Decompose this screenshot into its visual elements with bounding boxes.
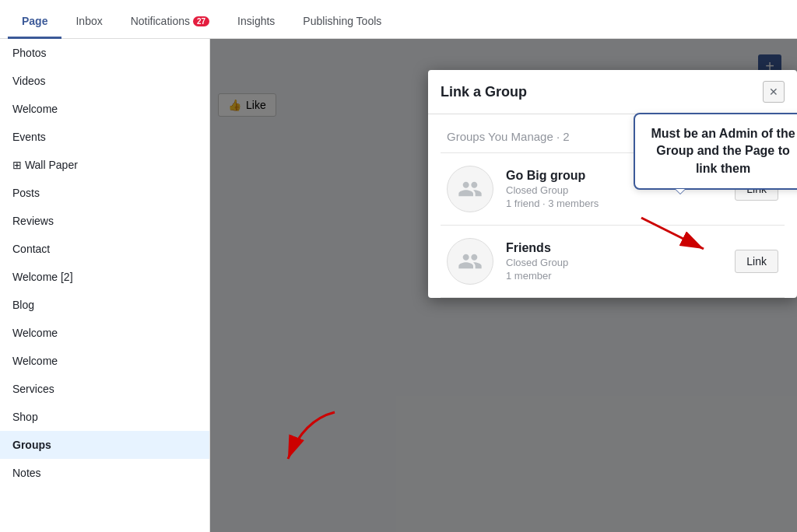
sidebar-item-services[interactable]: Services xyxy=(0,375,209,403)
sidebar-item-videos[interactable]: Videos xyxy=(0,67,209,95)
sidebar-item-notes[interactable]: Notes xyxy=(0,459,209,487)
modal-title: Link a Group xyxy=(441,84,527,100)
tab-inbox[interactable]: Inbox xyxy=(61,5,116,39)
page-container: Page Inbox Notifications 27 Insights Pub… xyxy=(0,0,797,532)
tab-insights[interactable]: Insights xyxy=(223,5,289,39)
group-icon-gobig xyxy=(458,177,483,201)
group-name-friends: Friends xyxy=(506,241,722,255)
tab-publishing-tools[interactable]: Publishing Tools xyxy=(289,5,395,39)
link-button-friends[interactable]: Link xyxy=(735,250,778,273)
sidebar-item-welcome3[interactable]: Welcome xyxy=(0,319,209,347)
modal-header: Link a Group ✕ xyxy=(428,70,797,114)
sidebar-item-posts[interactable]: Posts xyxy=(0,179,209,207)
sidebar-item-photos[interactable]: Photos xyxy=(0,39,209,67)
group-members-gobig: 1 friend · 3 members xyxy=(506,198,722,209)
main-area: Photos Videos Welcome Events ⊞ Wall Pape… xyxy=(0,39,797,532)
group-info-friends: Friends Closed Group 1 member xyxy=(506,241,722,282)
sidebar-item-contact[interactable]: Contact xyxy=(0,235,209,263)
tab-notifications[interactable]: Notifications 27 xyxy=(117,5,223,39)
sidebar-item-blog[interactable]: Blog xyxy=(0,291,209,319)
admin-callout: Must be an Admin of the Group and the Pa… xyxy=(634,113,797,190)
content-area: 👍 Like + ur P as yo your a nked Link xyxy=(210,39,797,532)
sidebar: Photos Videos Welcome Events ⊞ Wall Pape… xyxy=(0,39,210,532)
group-icon-friends xyxy=(458,249,483,274)
sidebar-item-reviews[interactable]: Reviews xyxy=(0,207,209,235)
modal-overlay: Link a Group ✕ Must be an Admin of the G… xyxy=(210,39,797,532)
sidebar-item-events[interactable]: Events xyxy=(0,123,209,151)
group-members-friends: 1 member xyxy=(506,270,722,282)
tab-bar: Page Inbox Notifications 27 Insights Pub… xyxy=(0,0,797,39)
sidebar-item-welcome4[interactable]: Welcome xyxy=(0,347,209,375)
notifications-badge: 27 xyxy=(193,16,209,26)
group-avatar-gobig xyxy=(447,166,493,212)
group-type-friends: Closed Group xyxy=(506,257,722,268)
divider-3 xyxy=(441,297,785,298)
group-avatar-friends xyxy=(447,238,493,285)
link-group-modal: Link a Group ✕ Must be an Admin of the G… xyxy=(428,70,797,298)
sidebar-item-groups[interactable]: Groups xyxy=(0,431,209,459)
sidebar-item-shop[interactable]: Shop xyxy=(0,403,209,431)
sidebar-item-welcome2[interactable]: Welcome [2] xyxy=(0,263,209,291)
tab-page[interactable]: Page xyxy=(8,5,61,39)
sidebar-item-welcome[interactable]: Welcome xyxy=(0,95,209,123)
sidebar-item-wallpaper[interactable]: ⊞ Wall Paper xyxy=(0,151,209,179)
modal-close-button[interactable]: ✕ xyxy=(763,81,785,103)
notifications-tab-label: Notifications 27 xyxy=(131,15,209,27)
group-item-friends: Friends Closed Group 1 member Link xyxy=(428,226,797,297)
